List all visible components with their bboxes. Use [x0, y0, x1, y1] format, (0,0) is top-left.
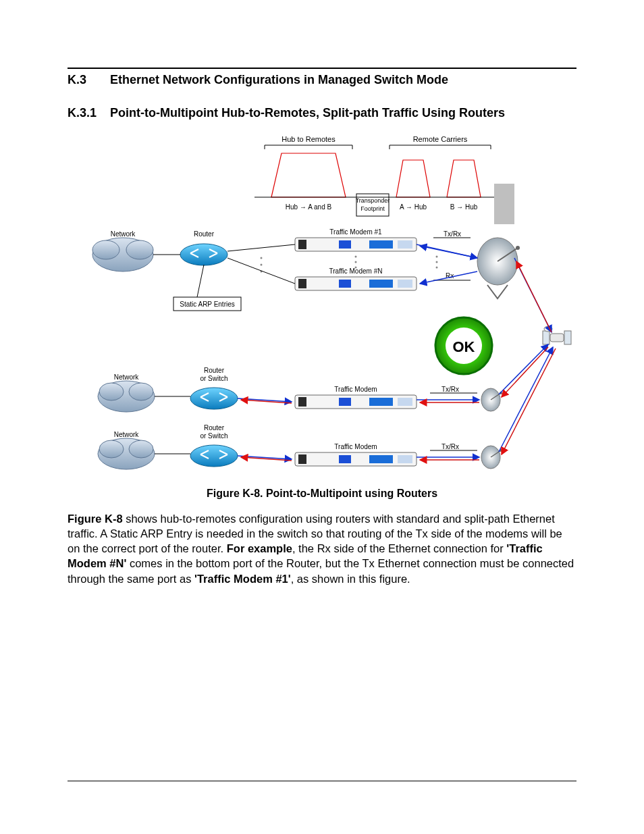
- svg-point-25: [355, 256, 357, 258]
- svg-rect-13: [339, 240, 351, 249]
- svg-line-76: [499, 344, 548, 394]
- svg-point-55: [99, 383, 124, 400]
- svg-point-23: [261, 264, 263, 266]
- svg-point-26: [355, 261, 357, 263]
- top-rule: [68, 68, 576, 69]
- section-heading: K.3 Ethernet Network Configurations in M…: [68, 73, 576, 87]
- network-cloud-remote-b: Network: [98, 431, 155, 469]
- svg-point-5: [126, 240, 153, 259]
- svg-text:OK: OK: [453, 338, 475, 355]
- label-a-hub: A → Hub: [400, 203, 427, 211]
- network-cloud-remote-a: Network: [98, 373, 155, 412]
- svg-text:Static ARP Entries: Static ARP Entries: [180, 301, 235, 308]
- svg-text:Tx/Rx: Tx/Rx: [441, 443, 459, 450]
- router-remote-a: Router or Switch: [190, 367, 238, 409]
- label-hub-ab: Hub → A and B: [286, 203, 332, 211]
- svg-point-22: [261, 257, 263, 259]
- satellite-icon: [543, 326, 571, 344]
- svg-rect-64: [298, 397, 306, 407]
- svg-line-43: [420, 246, 477, 258]
- svg-text:Tx/Rx: Tx/Rx: [441, 386, 459, 393]
- svg-line-77: [502, 347, 548, 397]
- svg-point-4: [92, 240, 119, 259]
- svg-line-31: [227, 244, 295, 251]
- router-hub: Router: [180, 230, 227, 265]
- section-title: Ethernet Network Configurations in Manag…: [110, 73, 448, 86]
- svg-rect-91: [398, 455, 412, 463]
- footer-rule: [68, 781, 576, 781]
- svg-text:Traffic Modem #1: Traffic Modem #1: [329, 228, 382, 236]
- svg-rect-90: [369, 455, 393, 463]
- antenna-dish-remote-a: [481, 388, 502, 411]
- svg-point-80: [129, 440, 153, 458]
- svg-point-30: [436, 267, 438, 269]
- svg-text:or Switch: or Switch: [200, 375, 227, 382]
- svg-rect-67: [398, 398, 412, 406]
- section-number: K.3: [68, 73, 107, 87]
- label-hub-to-remotes: Hub to Remotes: [281, 135, 336, 143]
- figure-diagram: Hub to Remotes Remote Carriers Hub → A a…: [72, 130, 572, 481]
- label-remote-carriers: Remote Carriers: [413, 135, 468, 143]
- svg-rect-2: [494, 184, 514, 224]
- label-b-hub: B → Hub: [450, 203, 478, 211]
- svg-text:Traffic Modem: Traffic Modem: [334, 443, 377, 450]
- svg-text:Network: Network: [114, 431, 140, 438]
- svg-text:or Switch: or Switch: [200, 432, 227, 440]
- svg-line-32: [227, 258, 295, 284]
- svg-point-58: [190, 388, 238, 409]
- router-remote-b: Router or Switch: [190, 424, 238, 467]
- svg-point-79: [99, 440, 124, 458]
- svg-text:Router: Router: [204, 424, 225, 432]
- svg-rect-47: [564, 331, 571, 344]
- figure-ref: Figure K-8: [68, 513, 123, 525]
- svg-rect-14: [369, 240, 393, 249]
- svg-point-56: [129, 383, 153, 400]
- svg-text:Traffic Modem: Traffic Modem: [334, 386, 377, 393]
- svg-point-41: [516, 246, 520, 250]
- document-page: K.3 Ethernet Network Configurations in M…: [0, 0, 644, 834]
- svg-rect-45: [550, 334, 564, 342]
- svg-text:Router: Router: [194, 230, 215, 238]
- traffic-modem-1: Traffic Modem #1: [295, 228, 417, 251]
- svg-line-100: [499, 347, 553, 452]
- traffic-modem-remote-b: Traffic Modem: [295, 443, 417, 466]
- body-paragraph: Figure K-8 shows hub-to-remotes configur…: [68, 511, 576, 586]
- subsection-heading: K.3.1 Point-to-Multipoint Hub-to-Remotes…: [68, 106, 576, 120]
- svg-text:Tx/Rx: Tx/Rx: [444, 230, 461, 238]
- network-cloud-hub: Network: [92, 230, 153, 271]
- svg-rect-65: [339, 398, 351, 406]
- svg-rect-18: [298, 279, 306, 288]
- svg-point-7: [180, 244, 227, 265]
- svg-text:Router: Router: [204, 367, 225, 374]
- svg-point-28: [436, 256, 438, 258]
- traffic-modem-n: Traffic Modem #N: [295, 267, 417, 290]
- traffic-modem-remote-a: Traffic Modem: [295, 386, 417, 409]
- svg-rect-12: [298, 240, 306, 249]
- svg-rect-89: [339, 455, 351, 463]
- svg-text:Rx: Rx: [446, 272, 454, 280]
- svg-rect-46: [543, 331, 549, 344]
- antenna-dish-remote-b: [481, 446, 502, 469]
- svg-point-82: [190, 445, 238, 467]
- svg-line-35: [197, 265, 204, 297]
- svg-rect-20: [369, 280, 393, 288]
- subsection-number: K.3.1: [68, 106, 107, 120]
- svg-rect-88: [298, 454, 306, 464]
- svg-rect-15: [398, 240, 412, 249]
- svg-rect-19: [339, 280, 351, 288]
- svg-text:Traffic Modem #N: Traffic Modem #N: [329, 267, 383, 275]
- svg-rect-66: [369, 398, 393, 406]
- label-footprint: Footprint: [360, 205, 385, 212]
- svg-line-50: [516, 261, 552, 332]
- svg-point-27: [355, 267, 357, 269]
- antenna-dish-hub: [477, 238, 520, 298]
- svg-point-29: [436, 261, 438, 263]
- svg-text:Network: Network: [111, 230, 136, 238]
- static-arp-entries: Static ARP Entries: [173, 265, 241, 311]
- subsection-title: Point-to-Multipoint Hub-to-Remotes, Spli…: [110, 106, 505, 120]
- svg-rect-21: [398, 280, 412, 288]
- label-transponder: Transponder: [356, 197, 390, 204]
- figure-caption: Figure K-8. Point-to-Multipoint using Ro…: [68, 488, 576, 500]
- ok-badge: OK: [435, 317, 492, 374]
- svg-text:Network: Network: [114, 373, 140, 381]
